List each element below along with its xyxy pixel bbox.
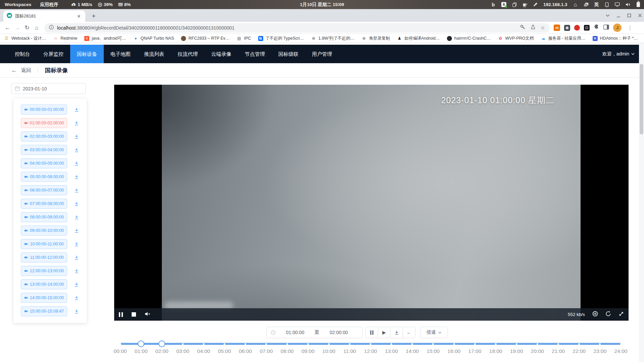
extension-red-icon[interactable]: [574, 25, 580, 31]
bookmark-qnap[interactable]: ◕QNAP Turbo NAS: [133, 36, 174, 41]
tray-app-icon[interactable]: A: [501, 2, 506, 8]
bookmark-zhihu[interactable]: 知了不起的 TypeScri…: [258, 36, 304, 41]
bookmark-sphere[interactable]: RFC2833 – RTP Ev…: [181, 36, 230, 41]
segment-button[interactable]: 06:00:00-07:00:00: [21, 185, 67, 195]
nav-tab[interactable]: 国标级联: [272, 45, 305, 63]
segment-button[interactable]: 04:00:00-05:00:00: [21, 158, 67, 168]
segment-button[interactable]: 03:00:00-04:00:00: [21, 145, 67, 155]
segment-download-icon[interactable]: [74, 201, 79, 206]
windows-stack-icon[interactable]: [584, 2, 589, 8]
extension-black-icon[interactable]: [584, 25, 590, 31]
scrollbar-thumb[interactable]: [640, 64, 643, 134]
side-panel-icon[interactable]: [603, 25, 609, 31]
segment-download-icon[interactable]: [74, 107, 79, 112]
play-button[interactable]: ▶: [378, 327, 390, 338]
bookmark-hdatmos[interactable]: NHDAtmos :: 种子 *…: [593, 36, 638, 41]
share-icon[interactable]: [531, 25, 536, 31]
applications-menu[interactable]: 应用程序: [40, 2, 58, 8]
clipboard-icon[interactable]: [512, 2, 517, 8]
coffee-cup-icon[interactable]: [522, 2, 527, 8]
reload-icon[interactable]: ↻: [22, 24, 32, 31]
nav-tab[interactable]: 国标设备: [70, 45, 104, 63]
address-bar[interactable]: localhost:38080/#/gbRecordDetail/3402000…: [44, 23, 550, 33]
bookmark-globe[interactable]: ⊕1.8W字|了不起的…: [311, 36, 354, 41]
bookmark-folder[interactable]: ▤IPC: [237, 36, 251, 41]
snapshot-aperture-icon[interactable]: [592, 311, 598, 318]
new-tab-button[interactable]: +: [89, 12, 98, 21]
pause-button[interactable]: [365, 327, 378, 338]
extensions-puzzle-icon[interactable]: [594, 24, 599, 31]
nav-tab[interactable]: 控制台: [8, 45, 37, 63]
segment-download-icon[interactable]: [74, 228, 79, 233]
browser-tab[interactable]: 国标28181 ✕: [3, 10, 85, 22]
segment-download-icon[interactable]: [74, 295, 79, 300]
segment-download-icon[interactable]: [74, 188, 79, 193]
timeline-handle[interactable]: [158, 340, 165, 347]
back-arrow-icon[interactable]: ←: [11, 67, 17, 74]
timeline-handle[interactable]: [138, 340, 144, 347]
tray-b-icon[interactable]: b: [491, 2, 496, 8]
segment-button[interactable]: 14:00:00-15:00:00: [21, 293, 67, 303]
nav-tab[interactable]: 节点管理: [238, 45, 272, 63]
segment-download-icon[interactable]: [74, 214, 79, 220]
extension-js-icon[interactable]: JS: [554, 25, 560, 31]
segment-download-icon[interactable]: [74, 241, 79, 247]
date-picker-input[interactable]: 2023-01-10: [11, 83, 86, 94]
segment-download-icon[interactable]: [74, 282, 79, 287]
page-scrollbar[interactable]: [639, 43, 644, 362]
display-icon[interactable]: [615, 2, 620, 8]
nav-tab[interactable]: 电子地图: [104, 45, 137, 63]
segment-download-icon[interactable]: [74, 309, 79, 314]
extension-gray-icon[interactable]: [564, 25, 570, 31]
timeline-track[interactable]: [120, 343, 621, 345]
segment-button[interactable]: 02:00:00-03:00:00: [21, 131, 67, 142]
window-minimize-icon[interactable]: [616, 13, 620, 17]
browser-home-icon[interactable]: ⌂: [32, 25, 42, 31]
fullscreen-icon[interactable]: [618, 311, 624, 318]
window-close-icon[interactable]: [638, 13, 642, 17]
segment-button[interactable]: 08:00:00-09:00:00: [21, 212, 67, 222]
speed-dropdown[interactable]: 倍速: [420, 327, 448, 338]
input-method-indicator[interactable]: 英: [594, 2, 599, 8]
bookmark-github[interactable]: hairrrrr/C-CrashC…: [447, 36, 491, 41]
segment-button[interactable]: 10:00:00-11:00:00: [21, 239, 67, 249]
tab-search-chevron-icon[interactable]: [606, 14, 610, 17]
back-link[interactable]: 返回: [21, 67, 31, 74]
player-mute-icon[interactable]: [145, 312, 150, 318]
time-range-picker[interactable]: 01:00:00 至 02:00:00: [266, 327, 363, 338]
window-maximize-icon[interactable]: [627, 13, 631, 17]
forward-icon[interactable]: →: [12, 25, 22, 31]
segment-button[interactable]: 09:00:00-10:00:00: [21, 226, 67, 236]
nav-tab[interactable]: 用户管理: [305, 45, 339, 63]
bookmark-cloud[interactable]: ☁服务器 - 轻量应用…: [541, 36, 586, 41]
seek-back-button[interactable]: ←: [403, 327, 415, 338]
segment-button[interactable]: 13:00:00-14:00:00: [21, 279, 67, 289]
nav-tab[interactable]: 拉流代理: [171, 45, 204, 63]
segment-button[interactable]: 12:00:00-13:00:00: [21, 266, 67, 276]
profile-avatar[interactable]: J: [613, 24, 622, 32]
ip-address-indicator[interactable]: 192.168.1.3: [543, 2, 567, 7]
welcome-user-menu[interactable]: 欢迎，admin: [602, 51, 644, 57]
nav-tab[interactable]: 云端录像: [204, 45, 238, 63]
home-icon[interactable]: ⌂: [573, 2, 578, 8]
start-time-input[interactable]: 01:00:00: [276, 330, 315, 335]
segment-download-icon[interactable]: [74, 255, 79, 260]
segment-button[interactable]: 05:00:00-06:00:00: [21, 172, 67, 182]
site-info-icon[interactable]: [49, 25, 54, 31]
segment-download-icon[interactable]: [74, 268, 79, 274]
bookmark-wvp[interactable]: ✿WVP-PRO文档: [498, 36, 534, 41]
phone-link-icon[interactable]: [604, 2, 609, 8]
segment-button[interactable]: 00:00:00-01:00:00: [21, 105, 67, 115]
segment-button[interactable]: 07:00:00-08:00:00: [21, 199, 67, 209]
bookmark-globe[interactable]: ⊕免登录复制: [362, 36, 390, 41]
segment-download-icon[interactable]: [74, 147, 79, 153]
tab-close-icon[interactable]: ✕: [76, 13, 82, 19]
nav-tab[interactable]: 分屏监控: [37, 45, 70, 63]
segment-download-icon[interactable]: [74, 161, 79, 166]
workspaces-button[interactable]: Workspaces: [5, 2, 31, 7]
segment-download-icon[interactable]: [74, 134, 79, 139]
segment-download-icon[interactable]: [74, 120, 79, 126]
browser-menu-icon[interactable]: ⋮: [626, 25, 635, 31]
bookmark-webstack[interactable]: ☰Webstack - 设计…: [4, 36, 46, 41]
password-key-icon[interactable]: [520, 25, 525, 31]
